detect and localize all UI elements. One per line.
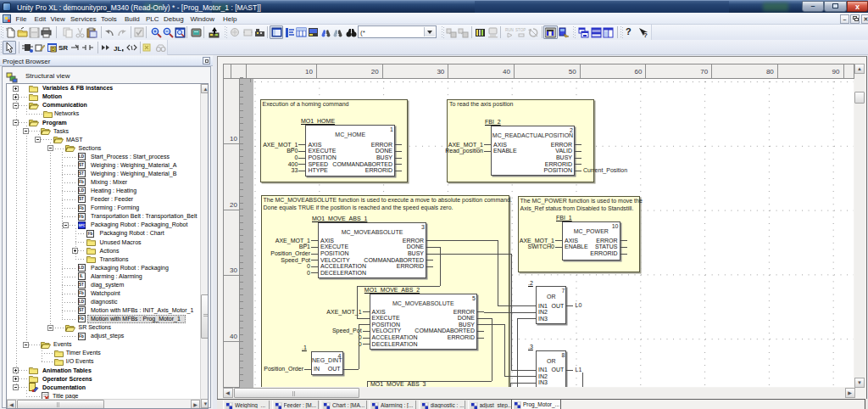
- svg-text:JL: JL: [114, 45, 121, 53]
- svg-text:?: ?: [643, 31, 648, 38]
- svg-text:RUN: RUN: [505, 28, 514, 32]
- svg-text:SR: SR: [58, 44, 68, 52]
- svg-text:STOP: STOP: [515, 28, 526, 32]
- svg-text:D: D: [52, 47, 55, 52]
